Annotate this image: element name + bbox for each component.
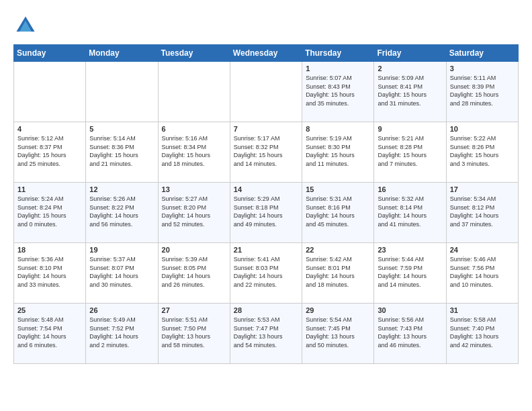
calendar-week-4: 18Sunrise: 5:36 AM Sunset: 8:10 PM Dayli… (14, 243, 519, 304)
day-info: Sunrise: 5:49 AM Sunset: 7:52 PM Dayligh… (89, 316, 154, 349)
weekday-header-saturday: Saturday (446, 45, 518, 62)
calendar-cell: 6Sunrise: 5:16 AM Sunset: 8:34 PM Daylig… (158, 122, 230, 183)
calendar-cell: 14Sunrise: 5:29 AM Sunset: 8:18 PM Dayli… (230, 183, 302, 243)
day-info: Sunrise: 5:39 AM Sunset: 8:05 PM Dayligh… (162, 255, 226, 289)
calendar-cell: 15Sunrise: 5:31 AM Sunset: 8:16 PM Dayli… (302, 183, 374, 243)
day-number: 24 (450, 246, 515, 254)
day-info: Sunrise: 5:07 AM Sunset: 8:43 PM Dayligh… (306, 74, 370, 107)
day-number: 8 (306, 125, 370, 133)
weekday-header-tuesday: Tuesday (158, 45, 230, 62)
calendar-cell: 3Sunrise: 5:11 AM Sunset: 8:39 PM Daylig… (446, 62, 518, 122)
day-info: Sunrise: 5:17 AM Sunset: 8:32 PM Dayligh… (234, 134, 298, 168)
day-number: 29 (306, 306, 370, 314)
logo-icon (13, 13, 38, 38)
day-number: 23 (378, 246, 442, 254)
calendar-table: SundayMondayTuesdayWednesdayThursdayFrid… (13, 44, 519, 364)
day-number: 17 (450, 185, 515, 193)
day-number: 30 (378, 306, 442, 314)
calendar-cell (158, 62, 230, 122)
day-info: Sunrise: 5:41 AM Sunset: 8:03 PM Dayligh… (234, 255, 298, 289)
day-info: Sunrise: 5:11 AM Sunset: 8:39 PM Dayligh… (450, 74, 515, 107)
calendar-cell: 17Sunrise: 5:34 AM Sunset: 8:12 PM Dayli… (446, 183, 518, 243)
day-number: 2 (378, 64, 442, 73)
day-info: Sunrise: 5:42 AM Sunset: 8:01 PM Dayligh… (306, 255, 370, 289)
day-number: 16 (378, 185, 442, 193)
calendar-cell: 16Sunrise: 5:32 AM Sunset: 8:14 PM Dayli… (374, 183, 446, 243)
calendar-cell: 13Sunrise: 5:27 AM Sunset: 8:20 PM Dayli… (158, 183, 230, 243)
calendar-week-5: 25Sunrise: 5:48 AM Sunset: 7:54 PM Dayli… (14, 304, 519, 364)
calendar-cell: 30Sunrise: 5:56 AM Sunset: 7:43 PM Dayli… (374, 304, 446, 364)
calendar-cell: 8Sunrise: 5:19 AM Sunset: 8:30 PM Daylig… (302, 122, 374, 183)
calendar-cell: 31Sunrise: 5:58 AM Sunset: 7:40 PM Dayli… (446, 304, 518, 364)
day-info: Sunrise: 5:31 AM Sunset: 8:16 PM Dayligh… (306, 195, 370, 228)
day-info: Sunrise: 5:53 AM Sunset: 7:47 PM Dayligh… (234, 316, 298, 349)
calendar-cell (230, 62, 302, 122)
calendar-cell: 12Sunrise: 5:26 AM Sunset: 8:22 PM Dayli… (86, 183, 158, 243)
weekday-header-thursday: Thursday (302, 45, 374, 62)
day-number: 27 (162, 306, 226, 314)
day-info: Sunrise: 5:19 AM Sunset: 8:30 PM Dayligh… (306, 134, 370, 168)
day-info: Sunrise: 5:48 AM Sunset: 7:54 PM Dayligh… (17, 316, 82, 349)
calendar-cell: 1Sunrise: 5:07 AM Sunset: 8:43 PM Daylig… (302, 62, 374, 122)
day-info: Sunrise: 5:37 AM Sunset: 8:07 PM Dayligh… (89, 255, 154, 289)
calendar-week-1: 1Sunrise: 5:07 AM Sunset: 8:43 PM Daylig… (14, 62, 519, 122)
calendar-cell: 21Sunrise: 5:41 AM Sunset: 8:03 PM Dayli… (230, 243, 302, 304)
calendar-cell: 19Sunrise: 5:37 AM Sunset: 8:07 PM Dayli… (86, 243, 158, 304)
day-info: Sunrise: 5:09 AM Sunset: 8:41 PM Dayligh… (378, 74, 442, 107)
day-info: Sunrise: 5:14 AM Sunset: 8:36 PM Dayligh… (89, 134, 154, 168)
day-number: 25 (17, 306, 82, 314)
day-number: 18 (17, 246, 82, 254)
day-info: Sunrise: 5:21 AM Sunset: 8:28 PM Dayligh… (378, 134, 442, 168)
calendar-cell: 10Sunrise: 5:22 AM Sunset: 8:26 PM Dayli… (446, 122, 518, 183)
day-number: 21 (234, 246, 298, 254)
day-number: 3 (450, 64, 515, 73)
day-info: Sunrise: 5:24 AM Sunset: 8:24 PM Dayligh… (17, 195, 82, 228)
day-number: 6 (162, 125, 226, 133)
calendar-week-3: 11Sunrise: 5:24 AM Sunset: 8:24 PM Dayli… (14, 183, 519, 243)
calendar-cell: 27Sunrise: 5:51 AM Sunset: 7:50 PM Dayli… (158, 304, 230, 364)
day-number: 22 (306, 246, 370, 254)
calendar-cell: 7Sunrise: 5:17 AM Sunset: 8:32 PM Daylig… (230, 122, 302, 183)
day-info: Sunrise: 5:58 AM Sunset: 7:40 PM Dayligh… (450, 316, 515, 349)
day-info: Sunrise: 5:46 AM Sunset: 7:56 PM Dayligh… (450, 255, 515, 289)
calendar-cell: 4Sunrise: 5:12 AM Sunset: 8:37 PM Daylig… (14, 122, 86, 183)
day-info: Sunrise: 5:27 AM Sunset: 8:20 PM Dayligh… (162, 195, 226, 228)
day-number: 12 (89, 185, 154, 193)
day-number: 13 (162, 185, 226, 193)
calendar-cell: 23Sunrise: 5:44 AM Sunset: 7:59 PM Dayli… (374, 243, 446, 304)
calendar-cell: 18Sunrise: 5:36 AM Sunset: 8:10 PM Dayli… (14, 243, 86, 304)
day-info: Sunrise: 5:44 AM Sunset: 7:59 PM Dayligh… (378, 255, 442, 289)
calendar-cell: 2Sunrise: 5:09 AM Sunset: 8:41 PM Daylig… (374, 62, 446, 122)
day-info: Sunrise: 5:54 AM Sunset: 7:45 PM Dayligh… (306, 316, 370, 349)
calendar-week-2: 4Sunrise: 5:12 AM Sunset: 8:37 PM Daylig… (14, 122, 519, 183)
day-number: 10 (450, 125, 515, 133)
calendar-cell: 9Sunrise: 5:21 AM Sunset: 8:28 PM Daylig… (374, 122, 446, 183)
day-number: 5 (89, 125, 154, 133)
day-number: 15 (306, 185, 370, 193)
day-number: 9 (378, 125, 442, 133)
day-info: Sunrise: 5:26 AM Sunset: 8:22 PM Dayligh… (89, 195, 154, 228)
page-header (13, 13, 519, 38)
day-info: Sunrise: 5:12 AM Sunset: 8:37 PM Dayligh… (17, 134, 82, 168)
day-info: Sunrise: 5:32 AM Sunset: 8:14 PM Dayligh… (378, 195, 442, 228)
day-number: 14 (234, 185, 298, 193)
weekday-header-wednesday: Wednesday (230, 45, 302, 62)
calendar-cell: 22Sunrise: 5:42 AM Sunset: 8:01 PM Dayli… (302, 243, 374, 304)
day-number: 26 (89, 306, 154, 314)
day-number: 1 (306, 64, 370, 73)
calendar-cell: 28Sunrise: 5:53 AM Sunset: 7:47 PM Dayli… (230, 304, 302, 364)
weekday-header-row: SundayMondayTuesdayWednesdayThursdayFrid… (14, 45, 519, 62)
weekday-header-sunday: Sunday (14, 45, 86, 62)
day-info: Sunrise: 5:36 AM Sunset: 8:10 PM Dayligh… (17, 255, 82, 289)
calendar-cell (14, 62, 86, 122)
day-info: Sunrise: 5:34 AM Sunset: 8:12 PM Dayligh… (450, 195, 515, 228)
day-number: 31 (450, 306, 515, 314)
calendar-cell: 11Sunrise: 5:24 AM Sunset: 8:24 PM Dayli… (14, 183, 86, 243)
calendar-cell: 20Sunrise: 5:39 AM Sunset: 8:05 PM Dayli… (158, 243, 230, 304)
logo (13, 13, 42, 38)
day-number: 20 (162, 246, 226, 254)
calendar-cell: 5Sunrise: 5:14 AM Sunset: 8:36 PM Daylig… (86, 122, 158, 183)
day-number: 28 (234, 306, 298, 314)
calendar-cell: 25Sunrise: 5:48 AM Sunset: 7:54 PM Dayli… (14, 304, 86, 364)
day-info: Sunrise: 5:29 AM Sunset: 8:18 PM Dayligh… (234, 195, 298, 228)
